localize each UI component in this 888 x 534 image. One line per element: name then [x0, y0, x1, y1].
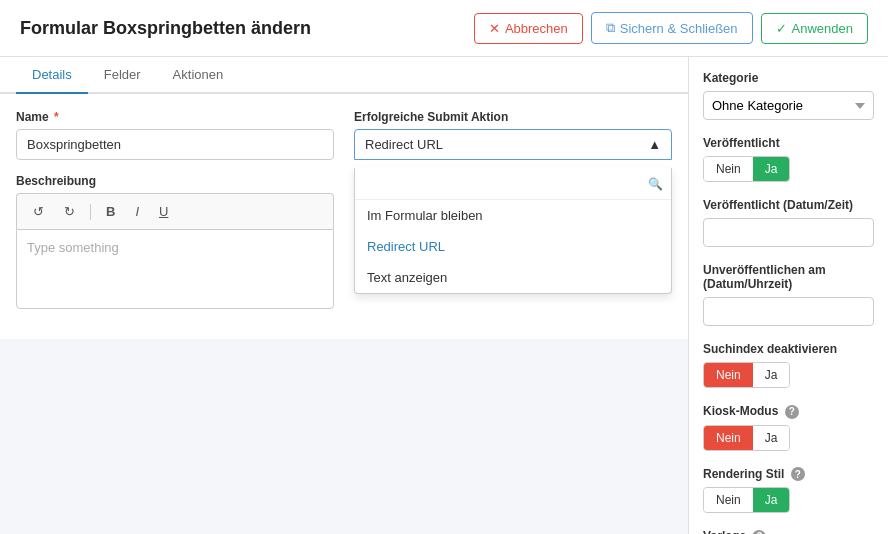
header-actions: ✕ Abbrechen ⧉ Sichern & Schließen ✓ Anwe… [474, 12, 868, 44]
veroeffentlicht-ja-btn[interactable]: Ja [753, 157, 790, 181]
tabs-bar: Details Felder Aktionen [0, 57, 688, 94]
sidebar-suchindex: Suchindex deaktivieren Nein Ja [703, 342, 874, 388]
page-title: Formular Boxspringbetten ändern [20, 18, 311, 39]
kiosk-label: Kiosk-Modus ? [703, 404, 874, 419]
tab-aktionen[interactable]: Aktionen [157, 57, 240, 94]
form-content: Name * Beschreibung ↺ ↻ B I U [0, 94, 688, 339]
description-group: Beschreibung ↺ ↻ B I U Type something [16, 174, 334, 309]
editor-body[interactable]: Type something [16, 229, 334, 309]
kategorie-label: Kategorie [703, 71, 874, 85]
sidebar-veroeffentlicht: Veröffentlicht Nein Ja [703, 136, 874, 182]
kategorie-select[interactable]: Ohne Kategorie [703, 91, 874, 120]
dropdown-search-input[interactable] [363, 173, 648, 194]
apply-button[interactable]: ✓ Anwenden [761, 13, 868, 44]
underline-button[interactable]: U [151, 200, 176, 223]
form-left: Name * Beschreibung ↺ ↻ B I U [16, 110, 334, 323]
toolbar-divider [90, 204, 91, 220]
form-right: Erfolgreiche Submit Aktion Redirect URL … [354, 110, 672, 323]
rendering-label: Rendering Stil ? [703, 467, 874, 482]
sidebar: Kategorie Ohne Kategorie Veröffentlicht … [688, 57, 888, 534]
cancel-icon: ✕ [489, 21, 500, 36]
tab-felder[interactable]: Felder [88, 57, 157, 94]
kiosk-toggle: Nein Ja [703, 425, 790, 451]
submit-action-label: Erfolgreiche Submit Aktion [354, 110, 672, 124]
description-label: Beschreibung [16, 174, 334, 188]
editor-toolbar: ↺ ↻ B I U [16, 193, 334, 229]
suchindex-nein-btn[interactable]: Nein [704, 363, 753, 387]
kiosk-nein-btn[interactable]: Nein [704, 426, 753, 450]
veroeffentlicht-toggle: Nein Ja [703, 156, 790, 182]
dropdown-selected-value: Redirect URL [365, 137, 443, 152]
save-button[interactable]: ⧉ Sichern & Schließen [591, 12, 753, 44]
chevron-up-icon: ▲ [648, 137, 661, 152]
sidebar-vorlage: Vorlage ? Auswählen [703, 529, 874, 534]
dropdown-item-redirect[interactable]: Redirect URL [355, 231, 671, 262]
vorlage-label: Vorlage ? [703, 529, 874, 534]
italic-button[interactable]: I [127, 200, 147, 223]
editor-placeholder: Type something [27, 240, 119, 255]
sidebar-kategorie: Kategorie Ohne Kategorie [703, 71, 874, 120]
suchindex-toggle: Nein Ja [703, 362, 790, 388]
veroeffentlicht-nein-btn[interactable]: Nein [704, 157, 753, 181]
save-icon: ⧉ [606, 20, 615, 36]
sidebar-kiosk: Kiosk-Modus ? Nein Ja [703, 404, 874, 451]
rendering-ja-btn[interactable]: Ja [753, 488, 790, 512]
vorlage-help-icon[interactable]: ? [752, 530, 766, 535]
veroeffentlicht-datum-input[interactable] [703, 218, 874, 247]
content-area: Details Felder Aktionen Name * [0, 57, 688, 534]
name-input[interactable] [16, 129, 334, 160]
search-icon: 🔍 [648, 177, 663, 191]
suchindex-label: Suchindex deaktivieren [703, 342, 874, 356]
submit-action-group: Erfolgreiche Submit Aktion Redirect URL … [354, 110, 672, 160]
dropdown-item-stay[interactable]: Im Formular bleiben [355, 200, 671, 231]
main-layout: Details Felder Aktionen Name * [0, 57, 888, 534]
kiosk-ja-btn[interactable]: Ja [753, 426, 790, 450]
apply-icon: ✓ [776, 21, 787, 36]
rendering-nein-btn[interactable]: Nein [704, 488, 753, 512]
dropdown-menu: 🔍 Im Formular bleiben Redirect URL Text … [354, 168, 672, 294]
rendering-help-icon[interactable]: ? [791, 467, 805, 481]
rendering-toggle: Nein Ja [703, 487, 790, 513]
veroeffentlicht-datum-label: Veröffentlicht (Datum/Zeit) [703, 198, 874, 212]
required-indicator: * [54, 110, 59, 124]
kiosk-help-icon[interactable]: ? [785, 405, 799, 419]
sidebar-rendering: Rendering Stil ? Nein Ja [703, 467, 874, 514]
name-group: Name * [16, 110, 334, 160]
submit-action-dropdown[interactable]: Redirect URL ▲ [354, 129, 672, 160]
dropdown-item-text[interactable]: Text anzeigen [355, 262, 671, 293]
sidebar-veroeffentlicht-datum: Veröffentlicht (Datum/Zeit) [703, 198, 874, 247]
undo-button[interactable]: ↺ [25, 200, 52, 223]
tab-details[interactable]: Details [16, 57, 88, 94]
sidebar-unveroffentlichen: Unveröffentlichen am (Datum/Uhrzeit) [703, 263, 874, 326]
page-header: Formular Boxspringbetten ändern ✕ Abbrec… [0, 0, 888, 57]
name-label: Name * [16, 110, 334, 124]
cancel-button[interactable]: ✕ Abbrechen [474, 13, 583, 44]
dropdown-search-wrapper: 🔍 [355, 168, 671, 200]
veroeffentlicht-label: Veröffentlicht [703, 136, 874, 150]
unveroffentlichen-input[interactable] [703, 297, 874, 326]
unveroffentlichen-label: Unveröffentlichen am (Datum/Uhrzeit) [703, 263, 874, 291]
bold-button[interactable]: B [98, 200, 123, 223]
suchindex-ja-btn[interactable]: Ja [753, 363, 790, 387]
redo-button[interactable]: ↻ [56, 200, 83, 223]
